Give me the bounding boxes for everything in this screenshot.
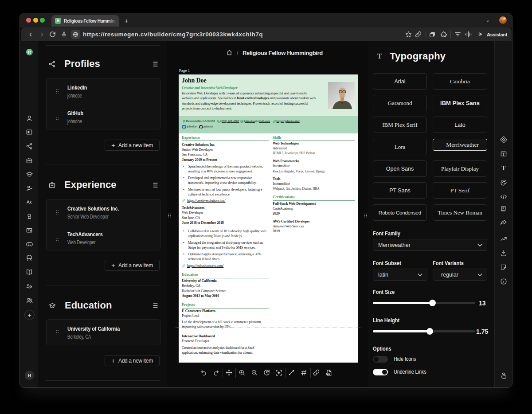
svg-text:PDF: PDF — [327, 373, 330, 375]
